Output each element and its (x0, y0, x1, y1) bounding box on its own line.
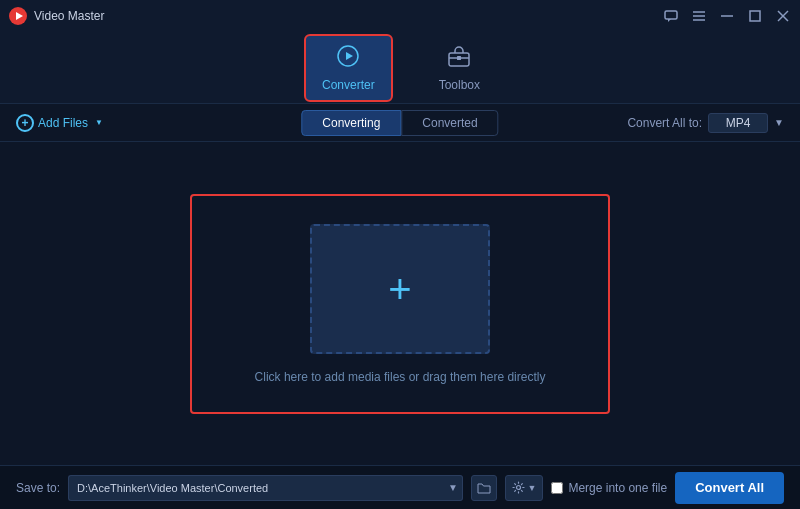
save-to-label: Save to: (16, 481, 60, 495)
nav-toolbox[interactable]: Toolbox (423, 36, 496, 100)
close-button[interactable] (774, 7, 792, 25)
title-bar-left: Video Master (8, 6, 104, 26)
converter-icon (336, 44, 360, 74)
nav-converter[interactable]: Converter (304, 34, 393, 102)
minimize-button[interactable] (718, 7, 736, 25)
drop-zone-inner[interactable]: + (310, 224, 490, 354)
hamburger-menu-button[interactable] (690, 7, 708, 25)
add-files-button[interactable]: + Add Files ▼ (16, 114, 106, 132)
sub-tabs-bar: + Add Files ▼ Converting Converted Conve… (0, 104, 800, 142)
drop-zone-instruction: Click here to add media files or drag th… (255, 370, 546, 384)
convert-all-button[interactable]: Convert All (675, 472, 784, 504)
tab-converting[interactable]: Converting (301, 110, 401, 136)
merge-checkbox[interactable] (551, 482, 563, 494)
save-path-dropdown-arrow[interactable]: ▼ (443, 475, 463, 501)
tab-converted[interactable]: Converted (401, 110, 498, 136)
convert-all-to-label: Convert All to: (627, 116, 702, 130)
svg-rect-2 (665, 11, 677, 19)
bottom-bar: Save to: ▼ ▼ Merge into one file Convert… (0, 465, 800, 509)
svg-rect-14 (457, 56, 461, 60)
sub-tabs: Converting Converted (301, 110, 498, 136)
main-area: + Click here to add media files or drag … (0, 142, 800, 465)
nav-bar: Converter Toolbox (0, 32, 800, 104)
nav-converter-label: Converter (322, 78, 375, 92)
settings-dropdown-arrow: ▼ (527, 483, 536, 493)
drop-zone-outer[interactable]: + Click here to add media files or drag … (190, 194, 610, 414)
svg-rect-7 (750, 11, 760, 21)
maximize-button[interactable] (746, 7, 764, 25)
title-bar-controls (662, 7, 792, 25)
add-files-label: Add Files (38, 116, 88, 130)
merge-label: Merge into one file (568, 481, 667, 495)
app-title: Video Master (34, 9, 104, 23)
drop-zone-plus-icon: + (388, 269, 411, 309)
nav-toolbox-label: Toolbox (439, 78, 480, 92)
merge-into-one-area[interactable]: Merge into one file (551, 481, 667, 495)
message-button[interactable] (662, 7, 680, 25)
title-bar: Video Master (0, 0, 800, 32)
settings-button[interactable]: ▼ (505, 475, 543, 501)
add-files-dropdown-arrow[interactable]: ▼ (92, 116, 106, 130)
app-logo-icon (8, 6, 28, 26)
open-folder-button[interactable] (471, 475, 497, 501)
svg-point-15 (517, 486, 521, 490)
add-files-plus-icon: + (16, 114, 34, 132)
toolbox-icon (447, 44, 471, 74)
svg-marker-11 (346, 52, 353, 60)
format-dropdown-arrow-icon: ▼ (774, 117, 784, 128)
save-path-group: ▼ (68, 475, 463, 501)
convert-all-to-area: Convert All to: MP4 AVI MOV MKV MP3 ▼ (627, 113, 784, 133)
format-select[interactable]: MP4 AVI MOV MKV MP3 (708, 113, 768, 133)
save-path-input[interactable] (68, 475, 443, 501)
